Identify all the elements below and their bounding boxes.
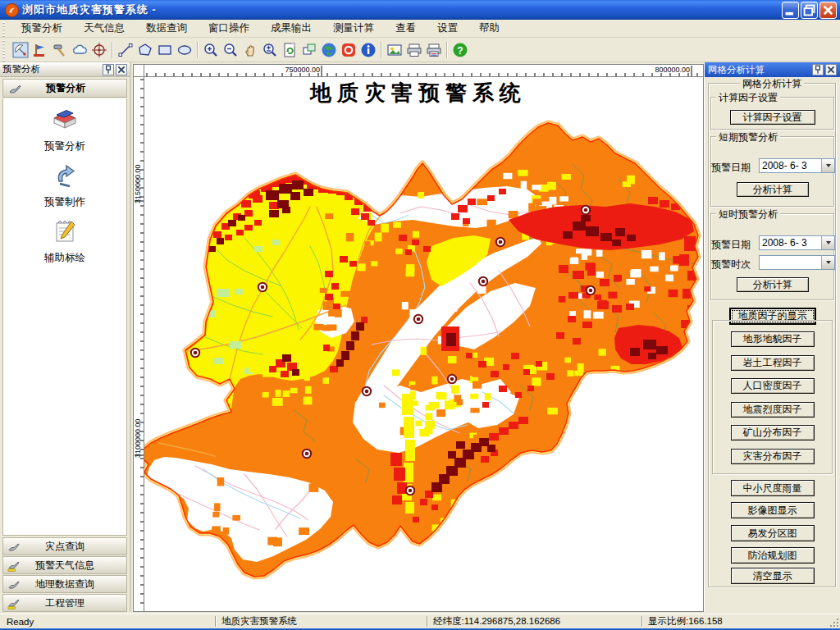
pin-icon [103,65,113,75]
left-panel-close-button[interactable] [116,64,127,75]
map-marker[interactable] [582,206,590,214]
factor-button-4[interactable]: 矿山分布因子 [731,425,815,441]
globe-button[interactable] [319,40,339,60]
chevron-down-icon[interactable] [821,256,834,269]
menu-item-6[interactable]: 查看 [385,19,427,38]
factor-settings-button[interactable]: 计算因子设置 [730,110,815,125]
zoom-out-button[interactable] [221,40,240,60]
rectangle-button[interactable] [155,40,175,60]
globe-icon [321,42,337,58]
factor-button-0[interactable]: 地形地貌因子 [731,331,815,347]
factor-button-5[interactable]: 灾害分布因子 [731,449,815,464]
extra-button-3[interactable]: 防治规划图 [731,547,815,564]
map-marker[interactable] [303,450,311,458]
line-icon [117,42,134,58]
line-button[interactable] [116,40,135,60]
pan-icon [242,42,258,58]
chevron-down-icon[interactable] [821,159,834,172]
short-term-analyze-button[interactable]: 分析计算 [737,182,809,197]
print-button[interactable] [404,40,424,60]
left-panel-section-3[interactable]: 工程管理 [2,594,127,612]
stop-button[interactable] [339,40,358,60]
left-panel-section-label: 预警天气信息 [28,559,102,573]
map-canvas[interactable]: 地质灾害预警系统 [144,77,704,612]
menu-item-3[interactable]: 窗口操作 [198,19,260,38]
flag-button[interactable] [30,40,50,60]
left-panel-section-1[interactable]: 预警天气信息 [2,556,127,574]
left-panel-header[interactable]: 预警分析 [2,79,127,98]
menubar-grip[interactable] [0,20,7,37]
short-term-date-label: 预警日期 [711,161,751,175]
factor-buttons-group: 地形地貌因子岩土工程因子人口密度因子地震烈度因子矿山分布因子灾害分布因子 [712,320,833,474]
pan-button[interactable] [240,40,260,60]
layers-button[interactable] [299,40,319,60]
zoom-in-button[interactable] [201,40,221,60]
zoom-extent-button[interactable] [260,40,280,60]
print-color-button[interactable] [424,40,444,60]
left-panel-section-0[interactable]: 灾点查询 [2,537,127,555]
factor-button-3[interactable]: 地震烈度因子 [731,402,815,418]
toolbar-grip[interactable] [0,38,7,62]
satellite-button[interactable] [11,40,30,60]
grid-analysis-group-label: 网格分析计算 [740,77,804,91]
short-term-date-combo[interactable]: 2008- 6- 3 [759,158,835,173]
immediate-date-value: 2008- 6- 3 [760,236,821,249]
polygon-button[interactable] [135,40,155,60]
extra-button-1[interactable]: 影像图显示 [731,502,815,518]
map-marker[interactable] [479,277,487,285]
map-marker[interactable] [191,349,199,357]
help-button[interactable]: ? [450,40,470,60]
immediate-analyze-button[interactable]: 分析计算 [737,277,809,292]
cloud-button[interactable] [70,40,89,60]
left-panel-section-2[interactable]: 地理数据查询 [2,575,127,593]
left-panel-item-0[interactable]: 预警分析 [3,105,126,153]
left-panel-item-2[interactable]: 辅助标绘 [3,217,126,265]
menu-item-7[interactable]: 设置 [427,19,468,38]
menu-item-5[interactable]: 测量计算 [322,19,385,38]
immediate-date-combo[interactable]: 2008- 6- 3 [759,235,835,250]
menu-item-8[interactable]: 帮助 [468,19,510,38]
right-panel-close-button[interactable] [825,64,837,75]
left-panel-section-label: 灾点查询 [28,540,102,554]
status-separator [215,616,217,627]
immediate-time-combo[interactable] [759,255,835,270]
map-marker[interactable] [496,238,504,246]
map-marker[interactable] [258,283,267,291]
svg-text:3100000.00: 3100000.00 [134,418,142,458]
ellipse-button[interactable] [175,40,194,60]
restore-icon [801,2,817,18]
close-button[interactable] [819,2,837,19]
short-term-date-value: 2008- 6- 3 [760,159,821,172]
chevron-down-icon[interactable] [821,236,834,249]
left-panel-pin-button[interactable] [103,64,114,75]
minimize-button[interactable] [782,2,799,19]
info-button[interactable] [358,40,378,60]
map-marker[interactable] [587,286,595,294]
left-panel-item-1[interactable]: 预警制作 [3,161,126,209]
left-panel-header-label: 预警分析 [33,81,98,95]
menu-item-1[interactable]: 天气信息 [73,19,135,38]
hand-icon [7,578,20,591]
menu-item-4[interactable]: 成果输出 [260,19,322,38]
map-marker[interactable] [448,375,456,383]
ruler-corner [133,64,144,77]
factor-button-2[interactable]: 人口密度因子 [731,378,815,394]
map-svg[interactable]: 地质灾害预警系统 [144,77,702,610]
hammer-button[interactable] [50,40,70,60]
menu-item-0[interactable]: 预警分析 [11,19,73,38]
restore-button[interactable] [801,2,818,19]
map-marker[interactable] [414,315,422,323]
toolbar-separator [112,42,113,58]
map-marker[interactable] [406,486,414,495]
refresh-button[interactable] [280,40,299,60]
info-icon [360,42,377,58]
image-button[interactable] [385,40,404,60]
target-button[interactable] [89,40,109,60]
right-panel-pin-button[interactable] [812,64,824,75]
menu-item-2[interactable]: 数据查询 [135,19,198,38]
extra-button-4[interactable]: 清空显示 [731,568,815,584]
factor-button-1[interactable]: 岩土工程因子 [731,355,815,371]
extra-button-0[interactable]: 中小尺度雨量 [731,480,815,496]
extra-button-2[interactable]: 易发分区图 [731,525,815,541]
map-marker[interactable] [363,387,371,395]
